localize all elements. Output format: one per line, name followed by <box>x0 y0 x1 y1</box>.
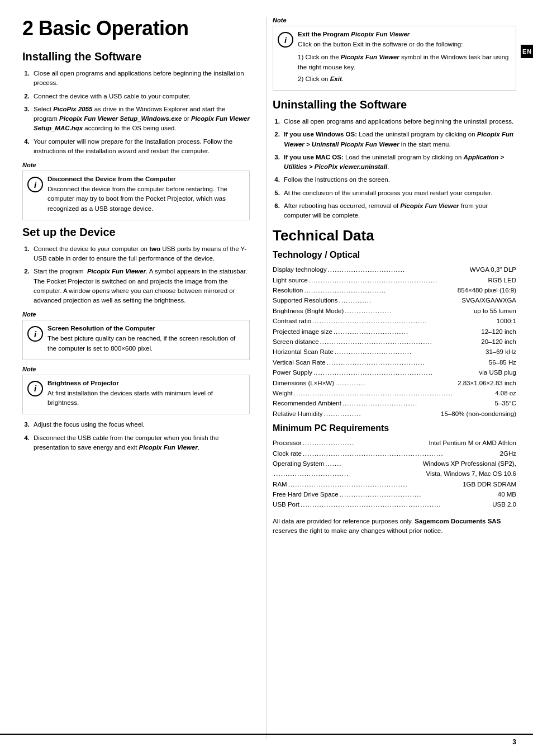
list-item: Follow the instructions on the screen. <box>282 175 516 185</box>
note-inner: i Exit the Program Picopix Fun Viewer Cl… <box>273 26 516 91</box>
table-row: Weight..................................… <box>273 388 516 398</box>
info-icon: i <box>27 177 43 192</box>
list-item: Start the program Picopix Fun Viewer. A … <box>31 267 250 305</box>
table-row: Resolution..............................… <box>273 285 516 295</box>
tech-value: 5–35°C <box>495 398 517 408</box>
tech-dots: ................................. <box>334 347 486 357</box>
note-inner: i Screen Resolution of the Computer The … <box>22 320 250 360</box>
technical-data-title: Technical Data <box>273 227 516 244</box>
tech-label: RAM <box>273 479 287 489</box>
note-label: Note <box>22 311 250 318</box>
list-item: Connect the device with a USB cable to y… <box>31 92 250 101</box>
note-text-1: Click on the button Exit in the software… <box>298 40 511 49</box>
table-row: Clock rate..............................… <box>273 448 516 459</box>
note-content-title: Screen Resolution of the Computer <box>47 325 245 332</box>
setup-steps: Connect the device to your computer on t… <box>22 244 250 306</box>
tech-label: Relative Humidity <box>273 409 322 419</box>
uninstalling-title: Uninstalling the Software <box>273 98 516 111</box>
note-exit-program: Note i Exit the Program Picopix Fun View… <box>273 17 516 91</box>
table-row: Projected image size....................… <box>273 327 516 337</box>
tech-value: Vista, Windows 7, Mac OS 10.6 <box>426 469 517 479</box>
setup-steps-cont: Adjust the focus using the focus wheel. … <box>22 420 250 452</box>
tech-label: Dimensions (L×H×W) <box>273 378 334 388</box>
content-area: 2 Basic Operation Installing the Softwar… <box>0 0 533 756</box>
tech-label: Screen distance <box>273 337 318 347</box>
footer: 3 <box>0 734 533 746</box>
tech-dots: ................................. <box>327 264 470 275</box>
page: EN 2 Basic Operation Installing the Soft… <box>0 0 533 756</box>
info-icon: i <box>278 32 293 48</box>
tech-label: Recommended Ambient <box>273 398 341 408</box>
list-item: Disconnect the USB cable from the comput… <box>31 433 250 453</box>
tech-value: 2GHz <box>500 448 516 459</box>
tech-dots: .................... <box>344 306 474 316</box>
tech-dots: ........................................… <box>312 367 479 377</box>
tech-label: Light source <box>273 275 308 285</box>
tech-label: Operating System <box>273 459 324 469</box>
tech-label: Supported Resolutions <box>273 295 337 305</box>
tech-value: 12–120 inch <box>481 327 516 337</box>
tech-label: USB Port <box>273 499 299 509</box>
tech-dots: ........................................… <box>299 499 492 509</box>
list-item: Select PicoPix 2055 as drive in the Wind… <box>31 105 250 134</box>
table-row: Display technology......................… <box>273 264 516 275</box>
tech-dots: ...................... <box>302 438 429 448</box>
list-item: Your computer will now prepare for the i… <box>31 137 250 157</box>
note-content: Exit the Program Picopix Fun Viewer Clic… <box>298 31 511 86</box>
tech-dots: ........................................… <box>308 275 488 285</box>
note-text-3: 2) Click on Exit. <box>298 74 511 84</box>
tech-dots: ........................................… <box>319 337 482 347</box>
table-row: Light source............................… <box>273 275 516 285</box>
tech-dots: ................ <box>323 409 441 419</box>
note-content: Disconnect the Device from the Computer … <box>47 176 245 215</box>
tech-label: Weight <box>273 388 293 398</box>
page-number: 3 <box>512 738 516 746</box>
table-row: Vertical Scan Rate......................… <box>273 357 516 367</box>
list-item: After rebooting has occurred, removal of… <box>282 201 516 221</box>
table-row: Contrast ratio..........................… <box>273 316 516 326</box>
note-text-2: 1) Click on the Picopix Fun Viewer symbo… <box>298 53 511 72</box>
tech-label: Clock rate <box>273 448 302 459</box>
note-content: Brightness of Projector At first install… <box>47 380 245 410</box>
tech-value: Windows XP Professional (SP2), <box>423 459 516 469</box>
table-row: Horizontal Scan Rate....................… <box>273 347 516 357</box>
tech-table: Display technology......................… <box>273 264 516 419</box>
list-item: If you use MAC OS: Load the uninstall pr… <box>282 153 516 172</box>
installing-steps: Close all open programs and applications… <box>22 69 250 156</box>
tech-value: 854×480 pixel (16:9) <box>458 285 516 295</box>
tech-value: via USB plug <box>479 367 516 377</box>
tech-dots: ....... <box>324 459 423 469</box>
technology-optical-title: Technology / Optical <box>273 250 516 260</box>
pc-req-table: Processor......................Intel Pen… <box>273 438 516 510</box>
note-label: Note <box>22 162 250 168</box>
note-label: Note <box>22 366 250 372</box>
tech-label: Display technology <box>273 264 327 275</box>
note-text: At first installation the devices starts… <box>47 389 245 408</box>
list-item: Connect the device to your computer on t… <box>31 244 250 264</box>
min-pc-title: Minimum PC Requirements <box>273 423 516 433</box>
note-inner: i Brightness of Projector At first insta… <box>22 375 250 415</box>
tech-label: Brightness (Bright Mode) <box>273 306 344 316</box>
setup-title: Set up the Device <box>22 226 250 239</box>
table-row: Operating System.......Windows XP Profes… <box>273 459 516 469</box>
table-row: USB Port................................… <box>273 499 516 509</box>
tech-value: up to 55 lumen <box>474 306 516 316</box>
tech-label: Projected image size <box>273 327 332 337</box>
tech-value: 1GB DDR SDRAM <box>463 479 516 489</box>
tech-value: Intel Pentium M or AMD Athlon <box>429 438 516 448</box>
table-row: RAM.....................................… <box>273 479 516 489</box>
list-item: Close all open programs and applications… <box>31 69 250 88</box>
table-row: Recommended Ambient.....................… <box>273 398 516 408</box>
tech-label: Free Hard Drive Space <box>273 489 339 499</box>
note-content-title: Disconnect the Device from the Computer <box>47 176 245 182</box>
list-item: At the conclusion of the uninstall proce… <box>282 188 516 198</box>
tech-dots: ................................... <box>303 285 457 295</box>
table-row: Supported Resolutions..............SVGA/… <box>273 295 516 305</box>
tech-label: Contrast ratio <box>273 316 311 326</box>
note-content: Screen Resolution of the Computer The be… <box>47 325 245 355</box>
tech-value: 15–80% (non-condensing) <box>441 409 516 419</box>
table-row: ................................Vista, W… <box>273 469 516 479</box>
note-content-title: Exit the Program Picopix Fun Viewer <box>298 31 511 37</box>
tech-dots: ................................ <box>273 469 426 479</box>
tech-label: Processor <box>273 438 302 448</box>
